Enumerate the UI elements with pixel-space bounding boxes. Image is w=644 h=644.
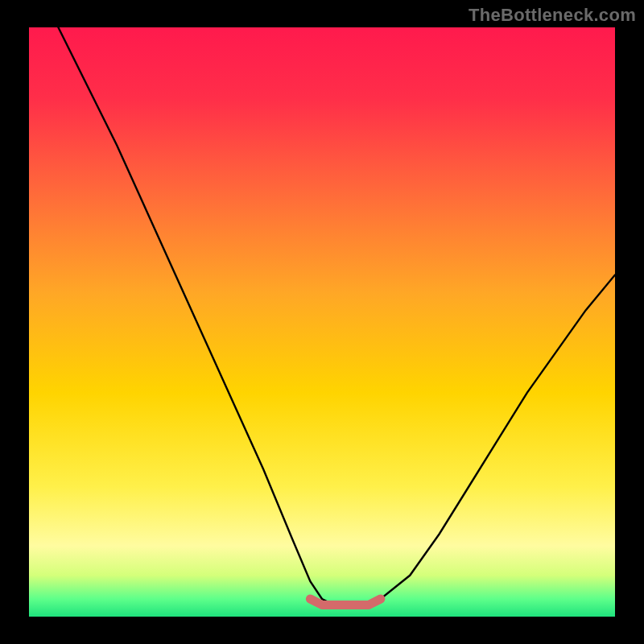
chart-frame: TheBottleneck.com bbox=[0, 0, 644, 644]
bottleneck-chart bbox=[0, 0, 644, 644]
watermark-text: TheBottleneck.com bbox=[469, 5, 636, 26]
plot-background bbox=[29, 27, 615, 617]
